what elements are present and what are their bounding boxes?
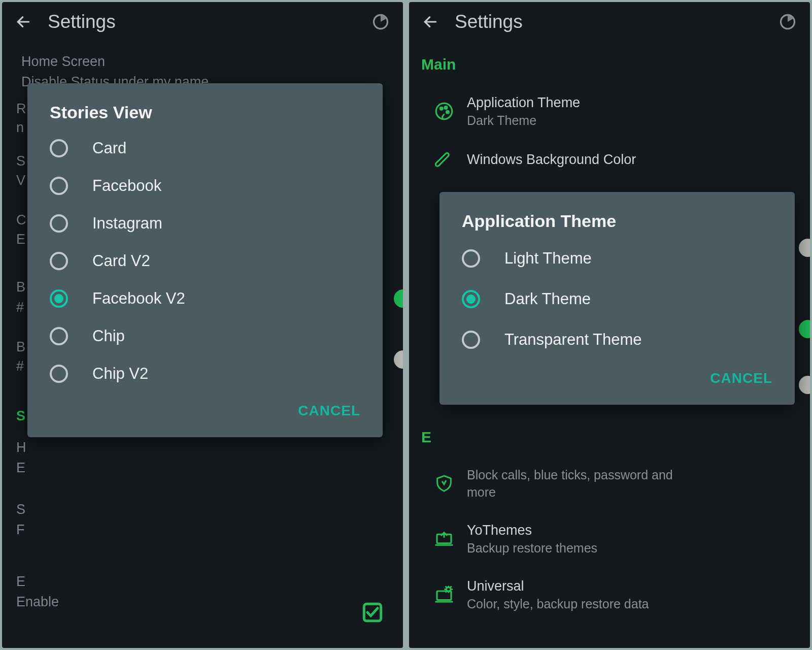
radio-icon [462, 249, 480, 268]
radio-icon [50, 139, 68, 157]
dialog-title: Stories View [27, 83, 383, 129]
setting-subtitle: Block calls, blue ticks, password and [467, 466, 798, 483]
right-screenshot: Settings Main Application Theme Dark The… [409, 2, 810, 648]
appbar: Settings [409, 2, 810, 47]
laptop-gear-icon [421, 584, 467, 605]
palette-icon [421, 101, 467, 122]
radio-option-chip-v2[interactable]: Chip V2 [27, 355, 383, 393]
radio-icon [50, 214, 68, 233]
laptop-up-icon [421, 528, 467, 549]
setting-yothemes[interactable]: YoThemes Backup restore themes [421, 511, 798, 567]
radio-icon-selected [50, 289, 68, 308]
setting-subtitle: Backup restore themes [467, 539, 798, 557]
setting-block-calls[interactable]: Block calls, blue ticks, password and mo… [421, 456, 798, 511]
left-screenshot: Settings Home Screen Disable Status unde… [2, 2, 403, 648]
toggle-indicator-green-1 [394, 289, 403, 308]
radio-option-card-v2[interactable]: Card V2 [27, 242, 383, 280]
section-header-e: E [421, 427, 798, 456]
radio-label: Transparent Theme [504, 331, 642, 349]
radio-option-chip[interactable]: Chip [27, 317, 383, 355]
color-dot-green-1 [799, 320, 810, 338]
shield-icon [421, 473, 467, 494]
setting-subtitle: Dark Theme [467, 112, 798, 129]
setting-title: Windows Background Color [467, 150, 798, 169]
back-icon[interactable] [421, 13, 439, 31]
stories-view-dialog: Stories View Card Facebook Instagram Car… [27, 83, 383, 437]
svg-point-8 [447, 111, 449, 113]
cancel-button[interactable]: CANCEL [710, 370, 772, 386]
radio-option-facebook-v2[interactable]: Facebook V2 [27, 280, 383, 317]
radio-label: Chip [92, 327, 125, 345]
page-title: Settings [455, 11, 777, 32]
radio-icon [462, 331, 480, 349]
radio-icon-selected [462, 290, 480, 308]
dialog-actions: CANCEL [439, 360, 795, 405]
setting-subtitle: Color, style, backup restore data [467, 595, 798, 612]
radio-label: Chip V2 [92, 365, 148, 383]
brush-icon [421, 149, 467, 170]
radio-icon [50, 252, 68, 270]
radio-icon [50, 365, 68, 383]
radio-option-transparent-theme[interactable]: Transparent Theme [439, 319, 795, 360]
clock-icon[interactable] [777, 12, 798, 32]
toggle-indicator-gray-1 [394, 350, 403, 369]
radio-option-instagram[interactable]: Instagram [27, 205, 383, 242]
radio-label: Card [92, 139, 126, 157]
cancel-button[interactable]: CANCEL [298, 403, 360, 419]
radio-option-light-theme[interactable]: Light Theme [439, 238, 795, 279]
radio-option-dark-theme[interactable]: Dark Theme [439, 279, 795, 319]
setting-title: Universal [467, 577, 798, 595]
setting-window-bg-color[interactable]: Windows Background Color [421, 139, 798, 173]
application-theme-dialog: Application Theme Light Theme Dark Theme… [439, 192, 795, 405]
color-dot-gray-1 [799, 239, 810, 257]
setting-universal[interactable]: Universal Color, style, backup restore d… [421, 567, 798, 623]
radio-label: Card V2 [92, 252, 150, 270]
svg-point-7 [445, 107, 447, 109]
svg-point-6 [440, 107, 443, 110]
radio-label: Light Theme [504, 249, 592, 268]
dialog-title: Application Theme [439, 192, 795, 238]
section-header-main: Main [421, 47, 798, 83]
setting-application-theme[interactable]: Application Theme Dark Theme [421, 83, 798, 139]
radio-icon [50, 177, 68, 195]
dialog-actions: CANCEL [27, 393, 383, 437]
radio-label: Facebook [92, 177, 161, 195]
radio-option-card[interactable]: Card [27, 129, 383, 167]
radio-option-facebook[interactable]: Facebook [27, 167, 383, 205]
color-dot-gray-2 [799, 376, 810, 394]
radio-icon [50, 327, 68, 345]
radio-label: Instagram [92, 214, 162, 233]
setting-title: YoThemes [467, 521, 798, 539]
check-icon [362, 602, 383, 625]
radio-label: Facebook V2 [92, 289, 185, 308]
svg-point-5 [436, 103, 452, 119]
setting-subtitle-2: more [467, 483, 798, 501]
radio-label: Dark Theme [504, 290, 591, 308]
setting-title: Application Theme [467, 93, 798, 112]
